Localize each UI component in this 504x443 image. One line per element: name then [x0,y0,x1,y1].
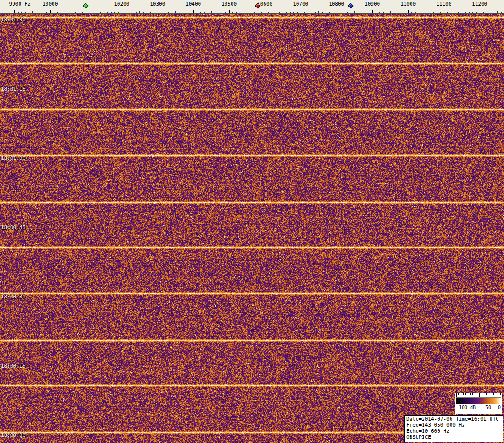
freq-tick [491,12,491,13]
freq-tick [369,12,369,13]
freq-tick [90,12,90,13]
freq-tick [455,12,455,13]
colorbar-tick [458,393,459,395]
freq-tick [247,11,247,13]
freq-tick [447,12,448,13]
freq-tick [497,11,498,13]
freq-tick [161,12,161,13]
freq-tick [444,10,444,13]
freq-tick [133,12,133,13]
colorbar-tick [470,393,471,395]
colorbar-tick [489,393,489,395]
freq-tick [158,10,158,13]
freq-tick [114,12,115,13]
freq-tick [401,12,401,13]
colorbar-tick [479,393,480,397]
freq-tick [293,12,294,13]
freq-axis-label: 10800 [329,1,344,7]
colorbar-tick [496,393,496,395]
freq-tick [376,12,376,13]
freq-tick [200,12,201,13]
info-line-frequency: Freq=143 050 000 Hz [406,422,501,428]
freq-tick [165,12,165,13]
freq-tick [40,12,40,13]
freq-tick [29,12,29,13]
freq-tick [11,12,11,13]
freq-tick [379,12,380,13]
freq-tick [487,12,487,13]
freq-axis-label: 10000 [42,1,58,7]
freq-tick [315,12,316,13]
freq-tick [301,10,301,13]
freq-tick [82,12,83,13]
freq-tick [75,12,76,13]
freq-tick [118,12,119,13]
colorbar-tick [465,393,466,395]
freq-tick [32,11,33,13]
freq-tick [472,12,473,13]
freq-tick [208,12,208,13]
green-marker-diamond-icon[interactable] [83,3,89,9]
freq-tick [190,12,190,13]
freq-tick [229,10,230,13]
info-box: Date=2014-07-06 Time=16:01 UTC Freq=143 … [404,415,503,442]
freq-tick [179,12,179,13]
freq-tick [100,12,101,13]
freq-tick [236,12,237,13]
colorbar-tick [461,393,461,395]
colorbar-min-label: -100 dB [456,404,476,411]
freq-tick [72,12,72,13]
freq-tick [437,12,437,13]
freq-tick [354,11,355,13]
colorbar-tick [484,393,484,395]
freq-tick [225,12,226,13]
blue-marker-diamond-icon[interactable] [348,3,354,9]
freq-axis-label: 10300 [150,1,165,7]
freq-tick [426,11,426,13]
colorbar-tick [468,393,468,397]
freq-tick [326,12,326,13]
colorbar: -100 dB -50 0 [455,393,502,414]
freq-tick [344,12,344,13]
freq-tick [408,10,409,13]
freq-tick [150,12,151,13]
frequency-ruler[interactable]: 9900 Hz100001020010300104001050010600107… [0,0,504,14]
freq-tick [97,12,97,13]
colorbar-gradient [456,397,501,404]
freq-tick [147,12,147,13]
freq-tick [465,12,466,13]
freq-tick [36,12,36,13]
freq-tick [4,12,4,13]
freq-tick [172,12,172,13]
colorbar-tick [486,393,487,395]
freq-tick [240,12,240,13]
freq-tick [433,12,434,13]
waterfall-canvas[interactable] [0,14,504,443]
freq-tick [312,12,312,13]
freq-tick [333,12,333,13]
freq-tick [494,12,494,13]
colorbar-tick [482,393,482,395]
freq-axis-label: 10500 [221,1,237,7]
colorbar-tick [456,393,457,397]
colorbar-tick [491,393,491,397]
freq-axis-label: 9900 Hz [9,1,31,7]
freq-tick [50,10,51,13]
freq-tick [68,11,68,13]
freq-axis-label: 10900 [365,1,380,7]
freq-tick [372,10,373,13]
freq-tick [79,12,79,13]
colorbar-tick [463,393,464,395]
freq-axis-label: 11100 [436,1,451,7]
freq-tick [362,12,362,13]
freq-tick [168,12,169,13]
freq-axis-label: 10700 [293,1,308,7]
freq-tick [394,12,394,13]
info-line-echo: Echo=10 600 Hz [406,428,501,434]
freq-tick [501,12,502,13]
freq-tick [57,12,58,13]
freq-tick [261,12,262,13]
freq-tick [411,12,412,13]
freq-tick [440,12,441,13]
freq-tick [18,12,19,13]
